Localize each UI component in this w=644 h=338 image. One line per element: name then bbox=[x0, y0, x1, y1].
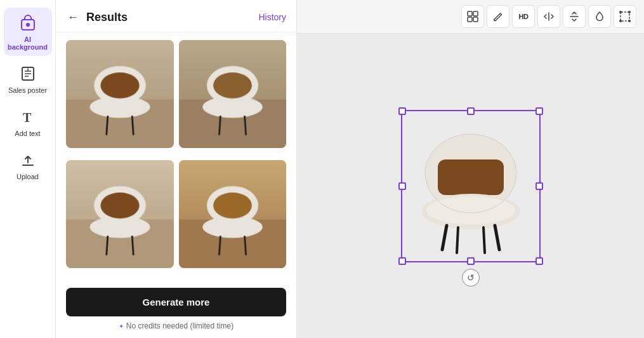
svg-rect-10 bbox=[473, 17, 478, 22]
selection-box bbox=[401, 110, 541, 262]
svg-text:T: T bbox=[23, 111, 32, 125]
sidebar-item-label-ai-background: AI background bbox=[6, 36, 49, 51]
svg-point-15 bbox=[628, 20, 631, 22]
svg-point-14 bbox=[619, 20, 622, 22]
bag-icon bbox=[18, 13, 38, 33]
sidebar-item-label-sales-poster: Sales poster bbox=[8, 86, 47, 94]
result-image-1[interactable] bbox=[66, 40, 174, 148]
handle-mid-left[interactable] bbox=[398, 182, 406, 190]
canvas-content: ↺ bbox=[297, 34, 644, 338]
color-tool-button[interactable] bbox=[588, 5, 611, 28]
sidebar-item-ai-background[interactable]: AI background bbox=[4, 8, 52, 56]
crop-tool-button[interactable] bbox=[614, 5, 636, 28]
handle-top-mid[interactable] bbox=[467, 107, 475, 115]
sidebar: AI background Sales poster T Add text bbox=[0, 0, 56, 338]
handle-mid-right[interactable] bbox=[536, 182, 543, 190]
upload-icon bbox=[18, 150, 38, 170]
results-header: ← Results History bbox=[56, 0, 296, 32]
results-panel: ← Results History Generate more ✦ No cre… bbox=[56, 0, 297, 338]
toolbar: HD bbox=[297, 0, 644, 34]
svg-rect-8 bbox=[473, 11, 478, 16]
result-image-2[interactable] bbox=[179, 40, 287, 148]
sidebar-item-sales-poster[interactable]: Sales poster bbox=[4, 58, 52, 99]
canvas-area: HD bbox=[297, 0, 644, 338]
back-button[interactable]: ← bbox=[66, 10, 80, 24]
svg-point-13 bbox=[628, 11, 631, 13]
handle-top-right[interactable] bbox=[536, 107, 543, 115]
history-button[interactable]: History bbox=[258, 12, 286, 22]
svg-rect-9 bbox=[468, 17, 472, 22]
svg-rect-7 bbox=[468, 11, 472, 16]
handle-top-left[interactable] bbox=[398, 107, 406, 115]
chair-selection-container[interactable]: ↺ bbox=[401, 110, 541, 262]
flip-v-button[interactable] bbox=[563, 5, 586, 28]
result-image-3[interactable] bbox=[66, 160, 174, 268]
hd-tool-button[interactable]: HD bbox=[512, 5, 535, 28]
generate-more-button[interactable]: Generate more bbox=[66, 288, 286, 316]
rotate-handle[interactable]: ↺ bbox=[462, 269, 480, 287]
select-tool-button[interactable] bbox=[461, 5, 484, 28]
handle-bottom-left[interactable] bbox=[398, 257, 406, 265]
sidebar-item-add-text[interactable]: T Add text bbox=[4, 102, 52, 142]
result-image-4[interactable] bbox=[179, 160, 287, 268]
text-icon: T bbox=[18, 107, 38, 127]
results-grid bbox=[56, 32, 296, 283]
sidebar-item-label-upload: Upload bbox=[16, 173, 39, 180]
svg-point-12 bbox=[619, 11, 622, 13]
sidebar-item-label-add-text: Add text bbox=[15, 130, 40, 137]
handle-bottom-right[interactable] bbox=[536, 257, 543, 265]
handle-bottom-mid[interactable] bbox=[467, 257, 475, 265]
poster-icon bbox=[18, 64, 38, 84]
svg-point-1 bbox=[26, 23, 30, 27]
results-title: Results bbox=[86, 11, 252, 24]
edit-tool-button[interactable] bbox=[487, 5, 509, 28]
svg-rect-11 bbox=[621, 12, 629, 21]
sidebar-item-upload[interactable]: Upload bbox=[4, 145, 52, 186]
flip-h-button[interactable] bbox=[537, 5, 560, 28]
credits-note: ✦ No credits needed (limited time) bbox=[56, 321, 296, 338]
diamond-icon: ✦ bbox=[119, 323, 124, 330]
